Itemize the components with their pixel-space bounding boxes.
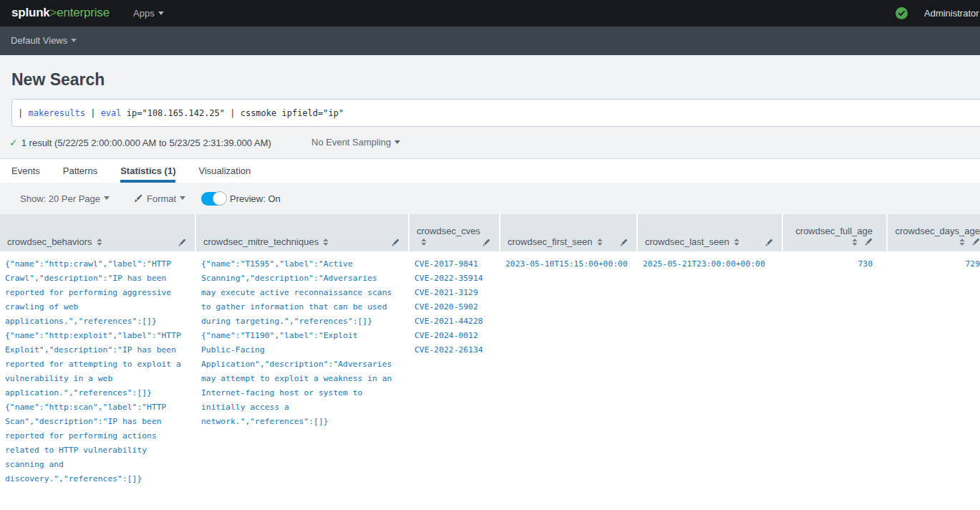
cell-crowdsec_full_age: 730 (782, 251, 886, 489)
column-name: crowdsec_behaviors (7, 236, 92, 247)
column-name: crowdsec_days_age (895, 226, 980, 236)
app-bar: Default Views (0, 27, 980, 55)
cell-value[interactable]: {"name":"http:crawl","label":"HTTP Crawl… (5, 256, 187, 328)
cell-value[interactable]: {"name":"http:exploit","label":"HTTP Exp… (5, 328, 187, 400)
format-menu[interactable]: Format (134, 183, 185, 214)
cell-value[interactable]: CVE-2021-44228 (414, 314, 491, 328)
brush-icon (134, 194, 142, 203)
logo-splunk-text: splunk (11, 6, 50, 19)
chevron-down-icon (394, 140, 400, 144)
edit-column-icon[interactable] (392, 239, 399, 246)
cell-crowdsec_last_seen: 2025-05-21T23:00:00+00:00 (636, 251, 782, 489)
pagination-size-menu[interactable]: Show: 20 Per Page (20, 183, 110, 214)
check-icon (898, 9, 906, 17)
column-header-crowdsec_cves[interactable]: crowdsec_cves (408, 214, 499, 251)
event-sampling-menu[interactable]: No Event Sampling (311, 137, 400, 148)
edit-column-icon[interactable] (620, 239, 628, 246)
tab-visualization[interactable]: Visualization (198, 159, 251, 183)
sort-icon[interactable] (97, 239, 102, 246)
splunk-logo[interactable]: splunk>enterprise (11, 6, 110, 20)
cell-crowdsec_behaviors: {"name":"http:crawl","label":"HTTP Crawl… (0, 251, 195, 489)
cell-value[interactable]: 729 (893, 256, 980, 271)
search-bar[interactable]: | makeresults | eval ip="108.165.142.25"… (11, 99, 980, 127)
sort-icon[interactable] (597, 239, 603, 246)
logo-product-text: enterprise (57, 6, 110, 19)
edit-column-icon[interactable] (972, 238, 980, 246)
column-name: crowdsec_cves (417, 226, 480, 236)
cell-value[interactable]: CVE-2022-35914 (414, 271, 491, 285)
search-query-input[interactable]: | makeresults | eval ip="108.165.142.25"… (12, 108, 344, 118)
query-segment-plain: | (18, 108, 28, 118)
cell-value[interactable]: CVE-2021-3129 (414, 285, 491, 299)
column-header-crowdsec_days_age[interactable]: crowdsec_days_age (886, 214, 980, 251)
column-name: crowdsec_full_age (795, 226, 873, 236)
chevron-down-icon (180, 196, 185, 200)
logo-gt-icon: > (50, 6, 57, 19)
cell-value[interactable]: CVE-2024-0012 (414, 328, 491, 342)
page-title: New Search (11, 70, 105, 90)
tab-patterns[interactable]: Patterns (63, 159, 97, 183)
column-header-crowdsec_first_seen[interactable]: crowdsec_first_seen (499, 214, 636, 251)
event-sampling-label: No Event Sampling (311, 137, 391, 148)
cell-value[interactable]: CVE-2020-5902 (414, 299, 491, 314)
sort-icon[interactable] (421, 239, 427, 246)
column-header-crowdsec_behaviors[interactable]: crowdsec_behaviors (0, 214, 195, 251)
statistics-table: crowdsec_behaviorscrowdsec_mitre_techniq… (0, 214, 980, 489)
sort-icon[interactable] (852, 239, 858, 246)
user-status-icon (896, 7, 908, 19)
result-status-text: 1 result (5/22/25 2:00:00.000 AM to 5/23… (21, 138, 271, 148)
cell-value[interactable]: CVE-2022-26134 (414, 342, 491, 357)
user-menu[interactable]: Administrator (896, 0, 908, 27)
edit-column-icon[interactable] (178, 239, 186, 246)
chevron-down-icon (104, 196, 110, 200)
column-header-crowdsec_last_seen[interactable]: crowdsec_last_seen (636, 214, 782, 251)
sort-icon[interactable] (323, 239, 329, 246)
table-row: {"name":"http:crawl","label":"HTTP Crawl… (0, 251, 980, 489)
default-views-label: Default Views (11, 35, 67, 46)
user-name: Administrator (924, 8, 979, 19)
apps-menu[interactable]: Apps (133, 8, 164, 19)
cell-crowdsec_mitre_techniques: {"name":"T1595","label":"Active Scanning… (195, 251, 408, 489)
table-toolbar: Show: 20 Per Page Format Preview: On (0, 183, 980, 214)
column-name: crowdsec_mitre_techniques (203, 236, 319, 247)
edit-column-icon[interactable] (865, 238, 873, 246)
search-section: New Search | makeresults | eval ip="108.… (0, 55, 980, 159)
tab-events[interactable]: Events (11, 159, 40, 183)
sort-icon[interactable] (734, 239, 739, 246)
query-segment-plain: | (85, 108, 101, 118)
query-segment-plain: ip="108.165.142.25" | cssmoke ipfield="i… (122, 108, 344, 118)
results-tabs: EventsPatternsStatistics (1)Visualizatio… (0, 159, 980, 183)
apps-label: Apps (133, 8, 155, 19)
top-bar: splunk>enterprise Apps Administrator (0, 0, 980, 27)
query-segment-command: eval (101, 108, 122, 118)
tab-statistics[interactable]: Statistics (1) (120, 159, 175, 183)
cell-value[interactable]: {"name":"http:scan","label":"HTTP Scan",… (5, 400, 187, 486)
column-name: crowdsec_first_seen (508, 236, 593, 247)
cell-value[interactable]: 730 (788, 256, 873, 271)
cell-crowdsec_cves: CVE-2017-9841CVE-2022-35914CVE-2021-3129… (408, 251, 499, 489)
cell-crowdsec_days_age: 729 (886, 251, 980, 489)
preview-state-label: Preview: On (230, 183, 281, 214)
chevron-down-icon (158, 11, 164, 15)
cell-value[interactable]: {"name":"T1595","label":"Active Scanning… (201, 256, 394, 328)
cell-value[interactable]: {"name":"T1190","label":"Exploit Public-… (201, 328, 394, 428)
edit-column-icon[interactable] (482, 239, 490, 246)
query-segment-command: makeresults (28, 108, 84, 118)
cell-value[interactable]: 2025-05-21T23:00:00+00:00 (643, 256, 774, 271)
toggle-track (201, 192, 226, 206)
table-header-row: crowdsec_behaviorscrowdsec_mitre_techniq… (0, 214, 980, 251)
format-label: Format (147, 193, 176, 204)
sort-icon[interactable] (959, 239, 965, 246)
cell-crowdsec_first_seen: 2023-05-10T15:15:00+00:00 (499, 251, 636, 489)
column-header-crowdsec_full_age[interactable]: crowdsec_full_age (782, 214, 886, 251)
cell-value[interactable]: 2023-05-10T15:15:00+00:00 (505, 256, 629, 271)
cell-value[interactable]: CVE-2017-9841 (414, 256, 491, 271)
column-header-crowdsec_mitre_techniques[interactable]: crowdsec_mitre_techniques (195, 214, 408, 251)
statistics-table-wrap: crowdsec_behaviorscrowdsec_mitre_techniq… (0, 214, 980, 489)
preview-toggle[interactable] (201, 183, 226, 214)
chevron-down-icon (71, 39, 77, 42)
pagination-size-label: Show: 20 Per Page (20, 193, 100, 204)
edit-column-icon[interactable] (765, 239, 773, 246)
default-views-menu[interactable]: Default Views (11, 35, 77, 46)
result-status-row: ✓1 result (5/22/25 2:00:00.000 AM to 5/2… (9, 137, 271, 150)
